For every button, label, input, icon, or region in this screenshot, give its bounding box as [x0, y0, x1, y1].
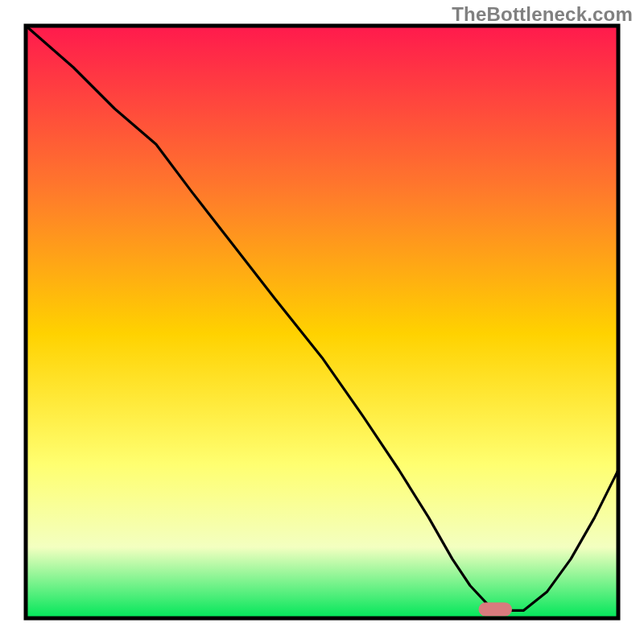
optimal-marker — [479, 603, 512, 616]
chart-container: TheBottleneck.com — [0, 0, 644, 644]
plot-background — [26, 26, 618, 618]
watermark-text: TheBottleneck.com — [452, 3, 633, 26]
bottleneck-chart — [0, 0, 644, 644]
